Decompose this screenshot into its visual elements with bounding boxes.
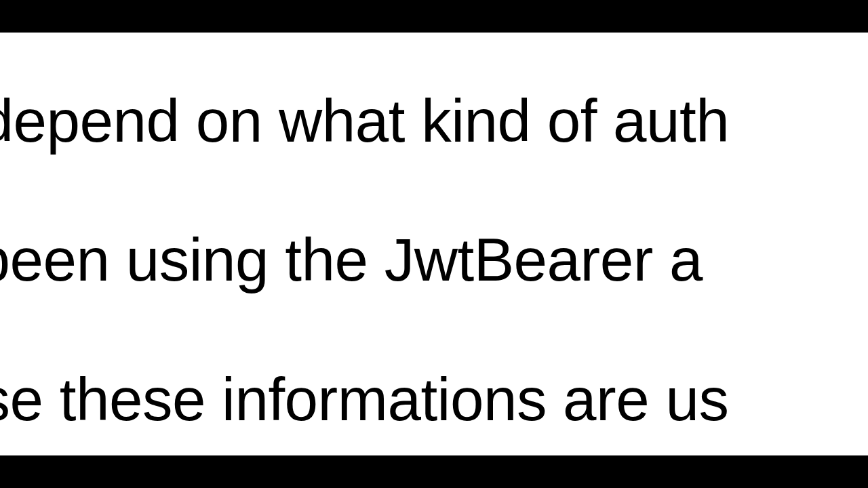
text-line-3: at case these informations are us xyxy=(0,365,728,433)
document-text: ould depend on what kind of auth only be… xyxy=(0,33,868,455)
text-line-1: ould depend on what kind of auth xyxy=(0,87,729,155)
document-viewport: ould depend on what kind of auth only be… xyxy=(0,33,868,455)
text-line-2: only been using the JwtBearer a xyxy=(0,226,703,293)
